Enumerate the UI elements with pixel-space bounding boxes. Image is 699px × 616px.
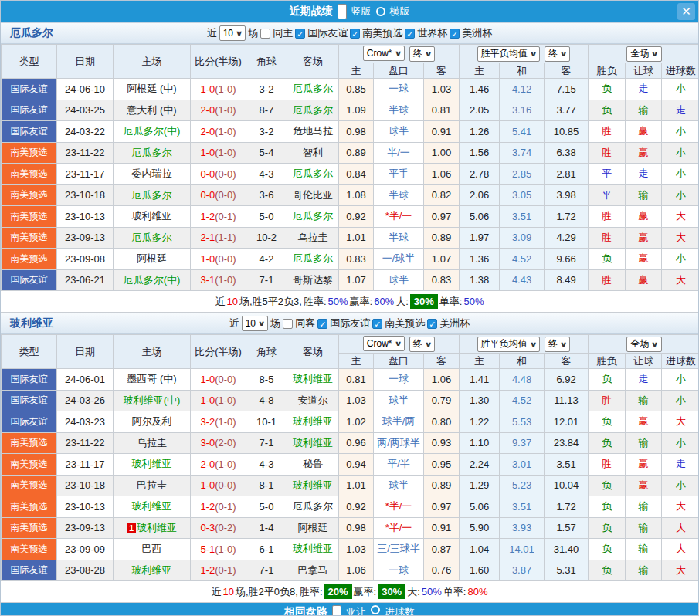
away-team-name: 玻利维亚 (293, 543, 333, 554)
competition-label[interactable]: 国际友谊 (330, 316, 370, 330)
home-team-name: 阿尔及利 (132, 415, 172, 427)
handicap-result-cell: 输 (626, 390, 662, 411)
summary-text: 大: (395, 295, 409, 309)
match-row: 南美预选23-11-17玻利维亚2-0(1-0)4-3秘鲁0.94平/半0.95… (2, 454, 699, 476)
competition-label[interactable]: 南美预选 (362, 26, 402, 40)
competition-label[interactable]: 世界杯 (417, 26, 447, 40)
vertical-layout-label[interactable]: 竖版 (351, 5, 372, 19)
competition-cell: 南美预选 (2, 454, 57, 476)
away-team-name: 智利 (303, 147, 323, 158)
wdl-result-cell: 负 (589, 539, 626, 560)
goals-label[interactable]: 进球数 (385, 605, 415, 616)
close-icon[interactable]: ✕ (677, 3, 695, 20)
competition-label[interactable]: 美洲杯 (439, 316, 470, 330)
result-scope-select[interactable]: 全场∨ (626, 46, 661, 62)
home-team-cell: 阿根廷 (中) (114, 79, 191, 100)
handicap-value: 两/两球半 (377, 437, 420, 448)
away-team-cell: 厄瓜多尔 (287, 496, 339, 518)
euro-home-odds-cell: 2.06 (460, 184, 500, 206)
col-asian-away: 客 (424, 354, 460, 369)
corners-cell: 8-5 (246, 369, 287, 391)
euro-source-select[interactable]: 胜平负均值∨ (477, 337, 540, 352)
asian-time-select[interactable]: 终∨ (409, 337, 435, 352)
fulltime-score: 1-0 (200, 374, 215, 385)
same-side-label[interactable]: 同主 (273, 26, 293, 40)
home-team-name: 厄瓜多尔(中) (124, 125, 181, 137)
near-count-select[interactable]: 10∨ (242, 316, 269, 331)
competition-checkbox[interactable]: ✓ (427, 319, 437, 329)
competition-checkbox[interactable]: ✓ (405, 29, 415, 39)
goals-result-cell: 小 (662, 142, 699, 164)
fulltime-score: 3-2 (200, 416, 215, 428)
away-team-cell: 玻利维亚 (287, 432, 339, 454)
horizontal-layout-radio[interactable] (376, 7, 385, 16)
same-side-label[interactable]: 同客 (295, 316, 315, 330)
corners-cell: 10-1 (246, 411, 287, 433)
euro-odds-group: 胜平负均值∨终∨ (460, 45, 589, 63)
euro-home-odds-cell: 1.30 (460, 390, 500, 411)
near-count-select[interactable]: 10∨ (219, 25, 246, 41)
competition-checkbox[interactable]: ✓ (350, 29, 360, 39)
euro-draw-odds-cell: 3.09 (500, 227, 545, 249)
competition-cell: 南美预选 (2, 475, 57, 496)
asian-away-odds-cell: 0.82 (424, 184, 460, 206)
col-home: 主场 (114, 335, 191, 369)
match-row: 南美预选23-10-18巴拉圭1-0(0-0)8-1玻利维亚1.01球半0.89… (2, 475, 699, 496)
away-team-cell: 安道尔 (287, 390, 339, 411)
same-side-checkbox[interactable]: ✓ (283, 319, 293, 329)
asian-handicap-radio[interactable] (332, 605, 341, 616)
asian-away-odds-cell: 1.07 (424, 249, 460, 270)
competition-checkbox[interactable]: ✓ (317, 319, 327, 329)
goals-radio[interactable] (371, 605, 380, 614)
corners-cell: 3-6 (246, 184, 287, 206)
euro-source-select[interactable]: 胜平负均值∨ (477, 46, 540, 62)
home-team-name: 厄瓜多尔 (132, 147, 172, 158)
col-score: 比分(半场) (191, 45, 246, 79)
section-header: 玻利维亚 近10∨场✓同客✓国际友谊✓南美预选✓美洲杯 (1, 313, 698, 334)
away-team-cell: 乌拉圭 (287, 227, 339, 249)
corners-cell: 5-4 (246, 142, 287, 164)
euro-home-odds-cell: 1.36 (460, 249, 500, 270)
corners-cell: 5-0 (246, 206, 287, 228)
competition-label[interactable]: 国际友谊 (307, 26, 348, 40)
asian-away-odds-cell: 1.06 (424, 164, 460, 185)
competition-label[interactable]: 美洲杯 (462, 26, 492, 40)
corners-cell: 5-0 (246, 496, 287, 518)
competition-label[interactable]: 南美预选 (385, 316, 425, 330)
same-side-checkbox[interactable]: ✓ (260, 29, 270, 39)
score-cell: 0-0(0-0) (191, 184, 246, 206)
wdl-result-cell: 胜 (589, 390, 626, 411)
goals-result-cell: 小 (662, 475, 699, 496)
euro-draw-odds-cell: 5.41 (500, 121, 545, 143)
asian-time-select[interactable]: 终∨ (409, 46, 435, 62)
asian-handicap-label[interactable]: 亚让 (346, 605, 366, 616)
handicap-cell: *半/一 (374, 206, 424, 228)
handicap-cell: 一/球半 (374, 249, 424, 270)
competition-checkbox[interactable]: ✓ (450, 29, 460, 39)
odds-source-select[interactable]: Crow*∨ (363, 46, 405, 61)
score-cell: 1-0(1-0) (191, 79, 246, 100)
euro-time-select[interactable]: 终∨ (545, 46, 570, 62)
handicap-cell: 一球 (374, 369, 424, 391)
summary-text: 场,胜5平2负3, (239, 295, 302, 309)
summary-text: 胜率: (300, 585, 323, 599)
wdl-result-cell: 负 (589, 249, 626, 270)
euro-draw-value: 5.41 (512, 126, 531, 137)
goals-result-cell: 走 (662, 100, 699, 121)
away-team-name: 厄瓜多尔 (293, 104, 333, 116)
away-team-cell: 厄瓜多尔 (287, 249, 339, 270)
vertical-layout-radio[interactable] (338, 4, 347, 19)
halftime-score: (1-0) (215, 104, 236, 116)
match-row: 国际友谊24-03-26玻利维亚(中)1-0(1-0)4-8安道尔1.03球半0… (2, 390, 699, 411)
odds-source-select[interactable]: Crow*∨ (363, 336, 405, 351)
horizontal-layout-label[interactable]: 横版 (390, 5, 410, 19)
competition-checkbox[interactable]: ✓ (295, 29, 305, 39)
euro-time-select[interactable]: 终∨ (545, 337, 570, 352)
wdl-result-cell: 胜 (589, 142, 626, 164)
home-team-cell: 巴西 (114, 539, 191, 560)
result-scope-select[interactable]: 全场∨ (626, 337, 661, 352)
col-type: 类型 (2, 45, 57, 79)
asian-away-odds-cell: 0.89 (424, 227, 460, 249)
competition-checkbox[interactable]: ✓ (372, 319, 382, 329)
highlighted-stat: 30% (378, 584, 405, 599)
